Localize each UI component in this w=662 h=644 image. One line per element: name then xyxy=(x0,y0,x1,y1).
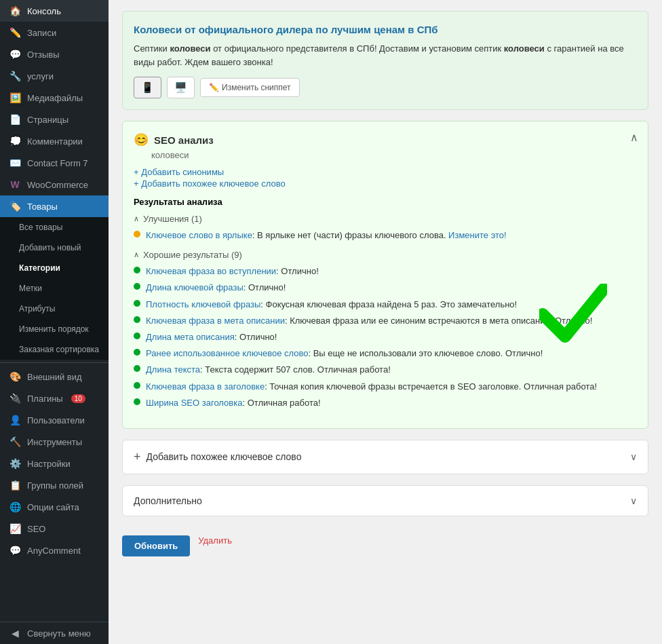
sidebar-item-all-products[interactable]: Все товары xyxy=(0,217,109,238)
add-keyword-label: Добавить похожее ключевое слово xyxy=(147,451,302,462)
mobile-view-btn[interactable]: 📱 xyxy=(134,77,161,98)
seo-item-title-width: Ширина SEO заголовка: Отличная работа! xyxy=(134,397,637,409)
green-dot-3-icon xyxy=(134,300,140,307)
seo-good-results-header[interactable]: ∧ Хорошие результаты (9) xyxy=(134,250,637,260)
sidebar-item-categories[interactable]: Категории xyxy=(0,258,109,278)
green-dot-8-icon xyxy=(134,382,140,389)
desktop-view-btn[interactable]: 🖥️ xyxy=(167,77,195,98)
seo-item-prev-keyword: Ранее использованное ключевое слово: Вы … xyxy=(134,347,637,360)
seo-collapse-btn[interactable]: ∧ xyxy=(630,131,638,144)
good-results-arrow-icon: ∧ xyxy=(134,250,139,259)
sidebar-item-tags[interactable]: Метки xyxy=(0,278,109,299)
sidebar-collapse[interactable]: ◀ Свернуть меню xyxy=(0,622,109,644)
sidebar-item-products[interactable]: 🏷️ Товары xyxy=(0,195,109,217)
phrase-length-link[interactable]: Длина ключевой фразы xyxy=(146,282,244,292)
sidebar-item-anycomment[interactable]: 💬 AnyComment xyxy=(0,539,109,561)
chevron-down-icon: ∨ xyxy=(630,451,637,462)
seo-analysis-card: 😊 SEO анализ коловеси ∧ + Добавить синон… xyxy=(122,121,648,429)
seo-item-text-length: Длина текста: Текста содержит 507 слов. … xyxy=(134,364,637,376)
additional-section[interactable]: Дополнительно ∨ xyxy=(122,485,648,516)
sidebar-item-appearance[interactable]: 🎨 Внешний вид xyxy=(0,366,109,387)
bottom-buttons: Обновить Удалить xyxy=(122,527,648,570)
add-keyword-section[interactable]: + Добавить похожее ключевое слово ∨ xyxy=(122,440,648,474)
seo-icon: 📈 xyxy=(8,523,22,534)
meta-length-link[interactable]: Длина мета описания xyxy=(146,332,235,342)
slug-link[interactable]: Ключевое слово в ярлыке xyxy=(146,230,252,240)
plus-icon: + xyxy=(134,450,141,464)
settings-icon: ⚙️ xyxy=(8,458,22,469)
seo-item-slug: Ключевое слово в ярлыке: В ярлыке нет (ч… xyxy=(134,229,637,242)
green-dot-9-icon xyxy=(134,398,140,405)
sidebar-item-change-order[interactable]: Изменить порядок xyxy=(0,319,109,339)
collapse-menu-item[interactable]: ◀ Свернуть меню xyxy=(0,622,109,644)
green-dot-6-icon xyxy=(134,349,140,356)
snippet-actions: 📱 🖥️ ✏️ Изменить сниппет xyxy=(134,77,637,98)
sidebar-item-plugins[interactable]: 🔌 Плагины 10 xyxy=(0,387,109,409)
text-length-link[interactable]: Длина текста xyxy=(146,364,200,375)
seo-improvements-header[interactable]: ∧ Улучшения (1) xyxy=(134,214,637,224)
sidebar-item-users[interactable]: 👤 Пользователи xyxy=(0,409,109,431)
sidebar-item-attributes[interactable]: Атрибуты xyxy=(0,299,109,319)
products-icon: 🏷️ xyxy=(8,201,22,212)
sidebar: 🏠 Консоль ✏️ Записи 💬 Отзывы 🔧 услуги 🖼️… xyxy=(0,0,109,644)
sidebar-item-add-new[interactable]: Добавить новый xyxy=(0,238,109,258)
sidebar-item-pages[interactable]: 📄 Страницы xyxy=(0,109,109,130)
woocommerce-icon: W xyxy=(8,179,22,190)
sidebar-item-settings[interactable]: ⚙️ Настройки xyxy=(0,453,109,474)
sidebar-item-seo[interactable]: 📈 SEO xyxy=(0,518,109,539)
seo-improvements-section: ∧ Улучшения (1) Ключевое слово в ярлыке:… xyxy=(134,214,637,242)
add-synonyms-link[interactable]: + Добавить синонимы xyxy=(134,167,637,177)
title-width-link[interactable]: Ширина SEO заголовка xyxy=(146,398,242,408)
site-options-icon: 🌐 xyxy=(8,501,22,512)
seo-title: SEO анализ xyxy=(154,134,214,146)
add-related-link[interactable]: + Добавить похожее ключевое слово xyxy=(134,178,637,189)
change-this-link[interactable]: Измените это! xyxy=(448,230,507,240)
seo-keyword: коловеси xyxy=(151,150,637,160)
prev-keyword-link[interactable]: Ранее использованное ключевое слово xyxy=(146,348,308,358)
edit-snippet-btn[interactable]: ✏️ Изменить сниппет xyxy=(200,78,300,97)
console-icon: 🏠 xyxy=(8,5,22,16)
green-dot-icon xyxy=(134,267,140,273)
seo-header: 😊 SEO анализ xyxy=(134,132,637,147)
improvements-arrow-icon: ∧ xyxy=(134,214,139,223)
phrase-in-title-link[interactable]: Ключевая фраза в заголовке xyxy=(146,381,265,392)
sidebar-item-field-groups[interactable]: 📋 Группы полей xyxy=(0,474,109,496)
sidebar-item-tools[interactable]: 🔨 Инструменты xyxy=(0,431,109,453)
sidebar-item-media[interactable]: 🖼️ Медиафайлы xyxy=(0,87,109,109)
orange-dot-icon xyxy=(134,231,140,238)
contactform-icon: ✉️ xyxy=(8,157,22,168)
update-button[interactable]: Обновить xyxy=(122,535,190,556)
plugins-badge: 10 xyxy=(71,394,85,403)
sidebar-item-posts[interactable]: ✏️ Записи xyxy=(0,22,109,43)
sidebar-item-reviews[interactable]: 💬 Отзывы xyxy=(0,43,109,65)
reviews-icon: 💬 xyxy=(8,49,22,60)
sidebar-item-services[interactable]: 🔧 услуги xyxy=(0,65,109,87)
density-link[interactable]: Плотность ключевой фразы xyxy=(146,299,260,309)
snippet-description: Септики коловеси от официального предста… xyxy=(134,42,637,69)
sidebar-item-comments[interactable]: 💭 Комментарии xyxy=(0,130,109,152)
pencil-icon: ✏️ xyxy=(209,83,219,92)
sidebar-item-custom-sort[interactable]: Заказная сортировка xyxy=(0,339,109,360)
media-icon: 🖼️ xyxy=(8,92,22,103)
posts-icon: ✏️ xyxy=(8,27,22,38)
users-icon: 👤 xyxy=(8,415,22,425)
comments-icon: 💭 xyxy=(8,136,22,147)
additional-title: Дополнительно xyxy=(134,495,202,506)
delete-button[interactable]: Удалить xyxy=(198,535,232,556)
snippet-title[interactable]: Коловеси от официального дилера по лучши… xyxy=(134,24,438,35)
tools-icon: 🔨 xyxy=(8,436,22,447)
pages-icon: 📄 xyxy=(8,114,22,125)
main-content: Коловеси от официального дилера по лучши… xyxy=(109,0,662,644)
snippet-card: Коловеси от официального дилера по лучши… xyxy=(122,11,648,110)
sidebar-item-console[interactable]: 🏠 Консоль xyxy=(0,0,109,22)
sidebar-item-site-options[interactable]: 🌐 Опции сайта xyxy=(0,496,109,518)
intro-link[interactable]: Ключевая фраза во вступлении xyxy=(146,266,276,276)
plugins-icon: 🔌 xyxy=(8,393,22,404)
products-submenu: Все товары Добавить новый Категории Метк… xyxy=(0,217,109,360)
services-icon: 🔧 xyxy=(8,71,22,81)
green-dot-4-icon xyxy=(134,316,140,323)
sidebar-item-contactform[interactable]: ✉️ Contact Form 7 xyxy=(0,152,109,174)
sidebar-item-woocommerce[interactable]: W WooCommerce xyxy=(0,174,109,195)
meta-desc-link[interactable]: Ключевая фраза в мета описании xyxy=(146,316,285,326)
seo-emoji: 😊 xyxy=(134,132,149,147)
